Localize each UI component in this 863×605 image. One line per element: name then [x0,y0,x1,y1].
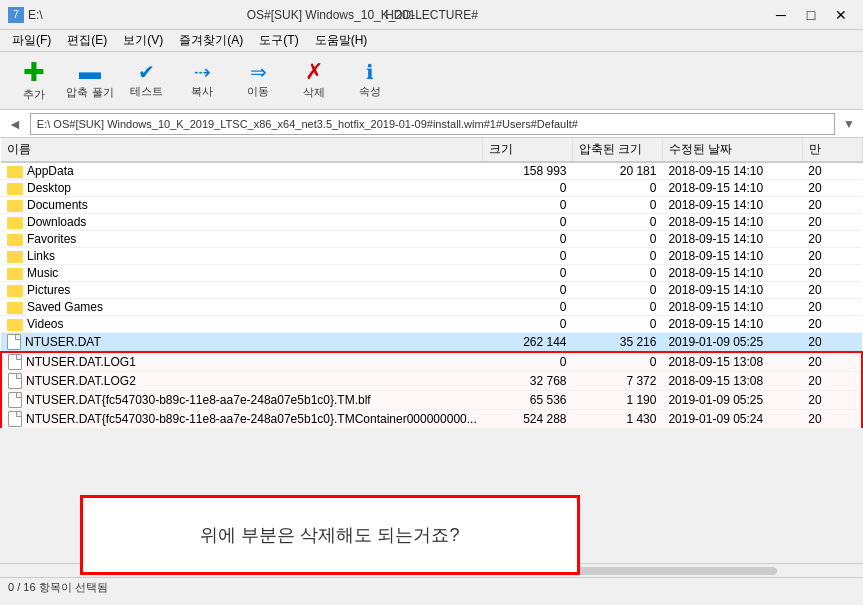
move-icon: ⇒ [250,62,267,82]
file-attr: 20 [802,352,862,372]
address-bar: ◄ E:\ OS#[SUK] Windows_10_K_2019_LTSC_x8… [0,110,863,138]
table-row[interactable]: Pictures002018-09-15 14:1020 [1,282,862,299]
table-row[interactable]: NTUSER.DAT.LOG1002018-09-15 13:0820 [1,352,862,372]
file-modified-date: 2018-09-15 14:10 [662,214,802,231]
file-modified-date: 2018-09-15 14:10 [662,265,802,282]
properties-button[interactable]: ℹ 속성 [344,56,396,106]
toolbar: ✚ 추가 ▬ 압축 풀기 ✔ 테스트 ⇢ 복사 ⇒ 이동 ✗ 삭제 ℹ 속성 [0,52,863,110]
file-size: 0 [483,197,573,214]
table-row[interactable]: NTUSER.DAT.LOG232 7687 3722018-09-15 13:… [1,372,862,391]
file-icon [8,354,22,370]
table-row[interactable]: Desktop002018-09-15 14:1020 [1,180,862,197]
maximize-button[interactable]: □ [797,4,825,26]
file-name-text: Music [27,266,58,280]
file-compressed-size: 1 190 [573,391,663,410]
file-modified-date: 2018-09-15 14:10 [662,316,802,333]
table-row[interactable]: Downloads002018-09-15 14:1020 [1,214,862,231]
folder-icon [7,164,23,178]
file-name-cell: Videos [1,316,483,333]
file-name-text: NTUSER.DAT.LOG2 [26,374,136,388]
table-row[interactable]: Favorites002018-09-15 14:1020 [1,231,862,248]
file-compressed-size: 0 [573,214,663,231]
table-row[interactable]: NTUSER.DAT262 14435 2162019-01-09 05:252… [1,333,862,353]
file-compressed-size: 0 [573,352,663,372]
file-compressed-size: 20 181 [573,162,663,180]
file-size: 0 [483,248,573,265]
file-attr: 20 [802,410,862,429]
file-modified-date: 2019-01-09 05:25 [662,333,802,353]
table-row[interactable]: NTUSER.DAT{fc547030-b89c-11e8-aa7e-248a0… [1,410,862,429]
table-row[interactable]: Documents002018-09-15 14:1020 [1,197,862,214]
file-icon [8,373,22,389]
annotation-text: 위에 부분은 삭제해도 되는거죠? [200,523,459,547]
file-name-text: NTUSER.DAT{fc547030-b89c-11e8-aa7e-248a0… [26,412,477,426]
delete-label: 삭제 [303,85,325,100]
test-button[interactable]: ✔ 테스트 [120,56,172,106]
menu-edit[interactable]: 편집(E) [59,30,115,51]
file-list-container[interactable]: 이름 크기 압축된 크기 수정된 날짜 만 AppData158 99320 1… [0,138,863,428]
menu-favorites[interactable]: 즐겨찾기(A) [171,30,251,51]
file-icon [7,334,21,350]
file-modified-date: 2018-09-15 14:10 [662,248,802,265]
menu-help[interactable]: 도움말(H) [307,30,376,51]
copy-label: 복사 [191,84,213,99]
add-icon: ✚ [23,59,45,85]
minimize-button[interactable]: ─ [767,4,795,26]
folder-icon [7,232,23,246]
file-name-text: Favorites [27,232,76,246]
file-attr: 20 [802,231,862,248]
file-name-cell: Pictures [1,282,483,299]
add-label: 추가 [23,87,45,102]
dropdown-arrow[interactable]: ▼ [839,115,859,133]
delete-button[interactable]: ✗ 삭제 [288,56,340,106]
col-header-modified[interactable]: 수정된 날짜 [662,138,802,162]
file-compressed-size: 0 [573,197,663,214]
file-name-cell: Favorites [1,231,483,248]
table-row[interactable]: AppData158 99320 1812018-09-15 14:1020 [1,162,862,180]
table-row[interactable]: NTUSER.DAT{fc547030-b89c-11e8-aa7e-248a0… [1,391,862,410]
file-table: 이름 크기 압축된 크기 수정된 날짜 만 AppData158 99320 1… [0,138,863,428]
file-modified-date: 2018-09-15 13:08 [662,352,802,372]
properties-label: 속성 [359,84,381,99]
menu-tools[interactable]: 도구(T) [251,30,306,51]
extract-icon: ▬ [79,61,101,83]
col-header-attr[interactable]: 만 [802,138,862,162]
table-row[interactable]: Videos002018-09-15 14:1020 [1,316,862,333]
file-name-text: Links [27,249,55,263]
folder-icon [7,249,23,263]
col-header-name[interactable]: 이름 [1,138,483,162]
file-modified-date: 2018-09-15 14:10 [662,197,802,214]
file-attr: 20 [802,299,862,316]
app-icon: 7 [8,7,24,23]
back-button[interactable]: ◄ [4,114,26,134]
menu-view[interactable]: 보기(V) [115,30,171,51]
close-button[interactable]: ✕ [827,4,855,26]
menu-file[interactable]: 파일(F) [4,30,59,51]
delete-icon: ✗ [305,61,323,83]
address-path[interactable]: E:\ OS#[SUK] Windows_10_K_2019_LTSC_x86_… [30,113,835,135]
folder-icon [7,215,23,229]
table-row[interactable]: Saved Games002018-09-15 14:1020 [1,299,862,316]
file-modified-date: 2019-01-09 05:25 [662,391,802,410]
window-controls: ─ □ ✕ [767,4,855,26]
column-header-row: 이름 크기 압축된 크기 수정된 날짜 만 [1,138,862,162]
file-attr: 20 [802,372,862,391]
extract-button[interactable]: ▬ 압축 풀기 [64,56,116,106]
file-size: 0 [483,231,573,248]
file-size: 0 [483,214,573,231]
file-name-text: AppData [27,164,74,178]
file-compressed-size: 0 [573,231,663,248]
move-button[interactable]: ⇒ 이동 [232,56,284,106]
table-row[interactable]: Music002018-09-15 14:1020 [1,265,862,282]
test-icon: ✔ [138,62,155,82]
col-header-compressed[interactable]: 압축된 크기 [573,138,663,162]
add-button[interactable]: ✚ 추가 [8,56,60,106]
folder-icon [7,317,23,331]
col-header-size[interactable]: 크기 [483,138,573,162]
file-name-text: Pictures [27,283,70,297]
file-name-text: Videos [27,317,63,331]
file-name-text: NTUSER.DAT{fc547030-b89c-11e8-aa7e-248a0… [26,393,371,407]
copy-button[interactable]: ⇢ 복사 [176,56,228,106]
file-name-cell: NTUSER.DAT.LOG1 [1,352,483,372]
table-row[interactable]: Links002018-09-15 14:1020 [1,248,862,265]
